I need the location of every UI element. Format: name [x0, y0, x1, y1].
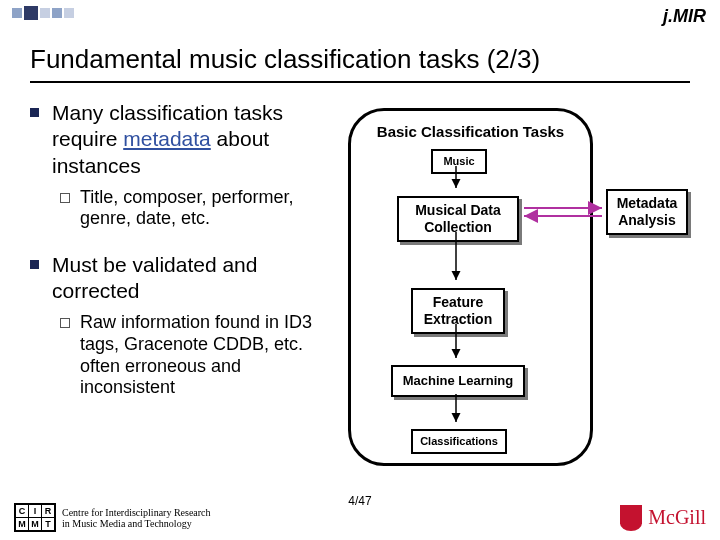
jmir-logo: j.MIR	[663, 6, 706, 27]
footer: CIR MMT Centre for Interdisciplinary Res…	[14, 503, 706, 532]
cirmmt-logo: CIR MMT Centre for Interdisciplinary Res…	[14, 503, 212, 532]
musical-data-collection-box: Musical Data Collection	[397, 196, 519, 242]
bullet-2: Must be validated and corrected Raw info…	[26, 252, 326, 399]
machine-learning-box: Machine Learning	[391, 365, 525, 397]
metadata-link[interactable]: metadata	[123, 127, 211, 150]
bullet-1: Many classification tasks require metada…	[26, 100, 326, 230]
slide-title: Fundamental music classification tasks (…	[30, 44, 690, 83]
classification-panel: Basic Classification Tasks Music Musical…	[348, 108, 593, 466]
slide: j.MIR Fundamental music classification t…	[0, 0, 720, 540]
bullet-2-sub: Raw information found in ID3 tags, Grace…	[52, 312, 326, 398]
bullet-2-text: Must be validated and corrected	[52, 253, 257, 302]
slide-body: Many classification tasks require metada…	[26, 100, 702, 480]
music-box: Music	[431, 149, 487, 174]
metadata-analysis-box: Metadata Analysis	[606, 189, 688, 235]
diagram-area: Basic Classification Tasks Music Musical…	[326, 100, 702, 480]
mcgill-logo: McGill	[620, 505, 706, 531]
bullet-1-sub: Title, composer, performer, genre, date,…	[52, 187, 326, 230]
mcgill-text: McGill	[648, 506, 706, 529]
classifications-box: Classifications	[411, 429, 507, 454]
mcgill-shield-icon	[620, 505, 642, 531]
cirmmt-grid-icon: CIR MMT	[14, 503, 56, 532]
panel-title: Basic Classification Tasks	[351, 123, 590, 140]
feature-extraction-box: Feature Extraction	[411, 288, 505, 334]
corner-squares-decoration	[12, 8, 74, 22]
cirmmt-text: Centre for Interdisciplinary Research in…	[62, 507, 212, 529]
bullet-list: Many classification tasks require metada…	[26, 100, 326, 480]
